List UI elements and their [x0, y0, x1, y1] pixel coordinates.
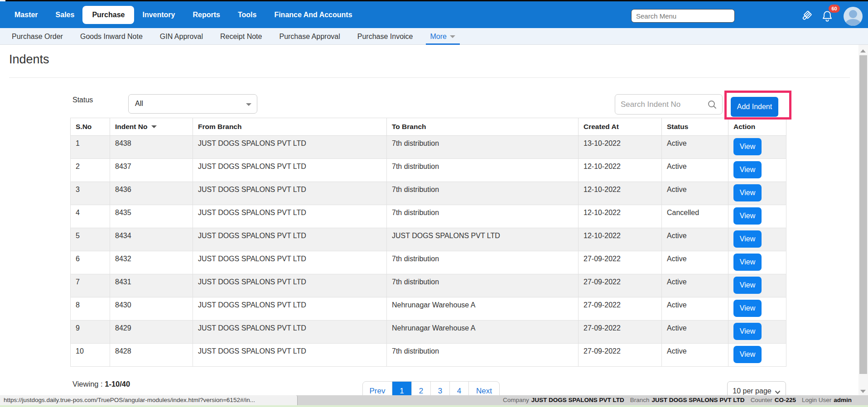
scroll-up-arrow-icon[interactable]	[860, 49, 866, 53]
subnav-tab-purchase-approval[interactable]: Purchase Approval	[279, 33, 340, 41]
nav-item-master[interactable]: Master	[14, 11, 38, 19]
nav-item-reports[interactable]: Reports	[193, 11, 220, 19]
status-filter-select[interactable]: All	[128, 94, 257, 114]
main-navbar: MasterSalesPurchaseInventoryReportsTools…	[0, 1, 868, 28]
subnav-tab-purchase-invoice[interactable]: Purchase Invoice	[357, 33, 413, 41]
nav-item-inventory[interactable]: Inventory	[142, 11, 175, 19]
nav-item-finance-and-accounts[interactable]: Finance And Accounts	[274, 11, 352, 19]
table-row: 28437JUST DOGS SPALONS PVT LTD7th distri…	[71, 159, 786, 182]
subnav-tab-purchase-order[interactable]: Purchase Order	[12, 33, 63, 41]
cell-status: Active	[662, 228, 728, 251]
viewing-summary: Viewing : 1-10/40	[72, 380, 130, 388]
viewing-value: 1-10/40	[105, 380, 130, 388]
view-button[interactable]: View	[733, 300, 762, 317]
scroll-down-arrow-icon[interactable]	[860, 390, 866, 393]
cell-status: Active	[662, 321, 728, 344]
session-login-user: Login Useradmin	[802, 397, 852, 403]
table-row: 48435JUST DOGS SPALONS PVT LTD7th distri…	[71, 205, 786, 228]
cell-indent_no: 8436	[110, 182, 193, 205]
column-header-s-no[interactable]: S.No	[71, 118, 110, 136]
view-button[interactable]: View	[733, 346, 762, 363]
cell-action: View	[728, 297, 786, 321]
subnav-tab-receipt-note[interactable]: Receipt Note	[220, 33, 262, 41]
theme-brush-icon[interactable]	[799, 9, 813, 25]
view-button[interactable]: View	[733, 323, 762, 340]
cell-created: 12-10-2022	[579, 228, 662, 251]
column-header-from-branch[interactable]: From Branch	[193, 118, 387, 136]
cell-to: Nehrunagar Warehouse A	[387, 297, 579, 321]
cell-from: JUST DOGS SPALONS PVT LTD	[193, 136, 387, 159]
table-row: 68432JUST DOGS SPALONS PVT LTD7th distri…	[71, 251, 786, 274]
subnav-items: Purchase OrderGoods Inward NoteGIN Appro…	[12, 28, 455, 45]
cell-sno: 2	[71, 159, 110, 182]
column-header-indent-no[interactable]: Indent No	[110, 118, 193, 136]
view-button[interactable]: View	[733, 254, 762, 271]
cell-indent_no: 8431	[110, 274, 193, 297]
menu-search-input[interactable]	[631, 9, 735, 23]
cell-to: 7th distribution	[387, 136, 579, 159]
indent-search-input[interactable]	[615, 94, 723, 115]
cell-to: 7th distribution	[387, 344, 579, 367]
cell-sno: 9	[71, 321, 110, 344]
cell-sno: 5	[71, 228, 110, 251]
table-row: 58434JUST DOGS SPALONS PVT LTDJUST DOGS …	[71, 228, 786, 251]
table-row: 18438JUST DOGS SPALONS PVT LTD7th distri…	[71, 136, 786, 159]
session-info: CompanyJUST DOGS SPALONS PVT LTDBranchJU…	[503, 395, 852, 405]
chevron-down-icon	[775, 390, 781, 394]
view-button[interactable]: View	[733, 230, 762, 248]
cell-action: View	[728, 159, 786, 182]
chevron-down-icon	[246, 103, 251, 106]
title-divider	[9, 77, 850, 78]
column-header-status[interactable]: Status	[662, 118, 728, 136]
nav-item-purchase[interactable]: Purchase	[82, 6, 134, 24]
cell-from: JUST DOGS SPALONS PVT LTD	[193, 159, 387, 182]
subnav-tab-more[interactable]: More	[426, 28, 460, 45]
cell-indent_no: 8437	[110, 159, 193, 182]
per-page-value: 10 per page	[733, 387, 771, 395]
table-row: 88430JUST DOGS SPALONS PVT LTDNehrunagar…	[71, 297, 786, 321]
cell-action: View	[728, 251, 786, 274]
subnav-tab-goods-inward-note[interactable]: Goods Inward Note	[80, 33, 143, 41]
table-row: 98429JUST DOGS SPALONS PVT LTDNehrunagar…	[71, 321, 786, 344]
table-row: 78431JUST DOGS SPALONS PVT LTD7th distri…	[71, 274, 786, 297]
cell-sno: 10	[71, 344, 110, 367]
cell-created: 27-09-2022	[579, 251, 662, 274]
vertical-scrollbar[interactable]	[858, 45, 868, 395]
table-header-row: S.NoIndent NoFrom BranchTo BranchCreated…	[71, 118, 786, 136]
cell-sno: 1	[71, 136, 110, 159]
subnav-tab-gin-approval[interactable]: GIN Approval	[160, 33, 203, 41]
search-icon	[707, 100, 717, 111]
nav-item-sales[interactable]: Sales	[56, 11, 75, 19]
view-button[interactable]: View	[733, 184, 762, 201]
column-header-to-branch[interactable]: To Branch	[387, 118, 579, 136]
view-button[interactable]: View	[733, 138, 762, 155]
status-filter-label: Status	[72, 96, 93, 104]
cell-status: Active	[662, 344, 728, 367]
nav-item-tools[interactable]: Tools	[238, 11, 256, 19]
cell-status: Active	[662, 182, 728, 205]
view-button[interactable]: View	[733, 207, 762, 225]
browser-status-url: https://justdogs.daily.true-pos.com/True…	[0, 395, 298, 405]
table-body: 18438JUST DOGS SPALONS PVT LTD7th distri…	[71, 136, 786, 367]
indents-table: S.NoIndent NoFrom BranchTo BranchCreated…	[70, 118, 786, 367]
notification-count-badge: 60	[829, 5, 840, 13]
cell-action: View	[728, 205, 786, 228]
cell-to: JUST DOGS SPALONS PVT LTD	[387, 228, 579, 251]
view-button[interactable]: View	[733, 277, 762, 294]
status-filter-value: All	[135, 100, 143, 108]
cell-status: Active	[662, 274, 728, 297]
cell-created: 12-10-2022	[579, 205, 662, 228]
cell-created: 12-10-2022	[579, 182, 662, 205]
scrollbar-thumb[interactable]	[859, 55, 867, 374]
cell-indent_no: 8434	[110, 228, 193, 251]
nav-items: MasterSalesPurchaseInventoryReportsTools…	[14, 1, 352, 28]
view-button[interactable]: View	[733, 161, 762, 178]
cell-to: 7th distribution	[387, 205, 579, 228]
column-header-created-at[interactable]: Created At	[579, 118, 662, 136]
add-indent-button[interactable]: Add Indent	[731, 97, 778, 117]
user-avatar[interactable]	[844, 7, 863, 26]
table-row: 38436JUST DOGS SPALONS PVT LTD7th distri…	[71, 182, 786, 205]
cell-to: Nehrunagar Warehouse A	[387, 321, 579, 344]
column-header-action[interactable]: Action	[728, 118, 786, 136]
session-counter: CounterCO-225	[751, 397, 796, 403]
